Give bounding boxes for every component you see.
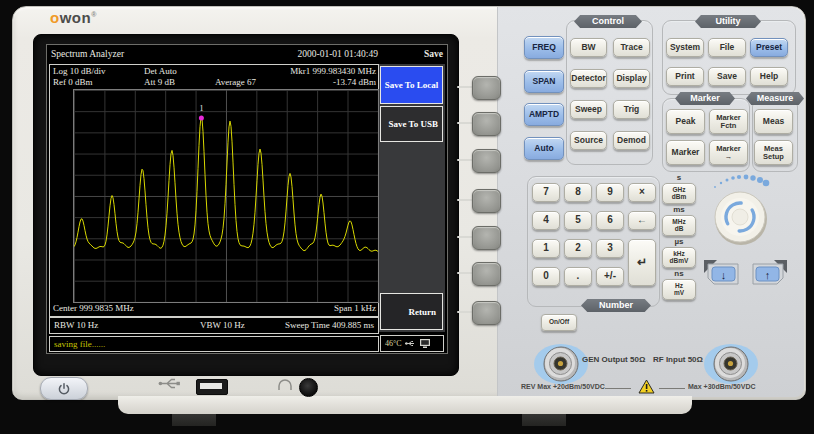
control-section-banner: Control	[574, 15, 642, 28]
number-section-banner: Number	[581, 299, 651, 312]
auto-button[interactable]: Auto	[524, 137, 564, 160]
softkey-1[interactable]	[472, 76, 501, 100]
key-2[interactable]: 2	[564, 239, 592, 258]
spectrum-analyzer-device: owon® Spectrum Analyzer 2000-01-01 01:40…	[0, 0, 814, 434]
unit-keys: s GHzdBm ms MHzdB µs kHzdBmV ns HzmV	[662, 173, 696, 301]
control-keys: BW Trace Detector Display Sweep Trig Sou…	[570, 38, 650, 151]
unit-time-ms: ms	[662, 205, 696, 214]
unit-time-s: s	[662, 173, 696, 182]
save-button[interactable]: Save	[708, 67, 746, 86]
readout-average: Average 67	[215, 77, 256, 87]
amptd-button[interactable]: AMPTD	[524, 103, 564, 126]
key-8[interactable]: 8	[564, 183, 592, 202]
readout-att: Att 9 dB	[144, 77, 175, 87]
readout-detector: Det Auto	[144, 66, 177, 76]
softkey-6[interactable]	[472, 262, 501, 286]
key-backspace[interactable]: ←	[628, 211, 656, 230]
svg-text:↑: ↑	[765, 269, 771, 281]
warning-triangle-icon	[638, 379, 655, 394]
unit-time-us: µs	[662, 237, 696, 246]
logo-text: won	[60, 9, 92, 26]
softkey-3[interactable]	[472, 149, 501, 173]
softkey-line	[457, 122, 473, 124]
marker-1-dot	[199, 116, 204, 121]
key-4[interactable]: 4	[532, 211, 560, 230]
temperature-readout: 46°C	[385, 339, 402, 348]
key-cancel[interactable]: ×	[628, 183, 656, 202]
source-button[interactable]: Source	[570, 131, 607, 150]
warning-dash	[659, 388, 685, 389]
khz-dbmv-button[interactable]: kHzdBmV	[662, 247, 696, 268]
down-arrow-button[interactable]: ↓	[702, 258, 742, 288]
readout-scale: Log 10 dB/div	[53, 66, 106, 76]
menu-item-return[interactable]: Return	[380, 293, 443, 330]
span-button[interactable]: SPAN	[524, 70, 564, 93]
preset-button[interactable]: Preset	[750, 38, 788, 57]
warning-dash	[605, 388, 631, 389]
power-button[interactable]	[40, 377, 88, 400]
key-9[interactable]: 9	[596, 183, 624, 202]
softkey-7[interactable]	[472, 301, 501, 325]
key-7[interactable]: 7	[532, 183, 560, 202]
freq-button[interactable]: FREQ	[524, 36, 564, 59]
stand-base	[118, 396, 692, 414]
spectrum-trace: 1	[74, 90, 378, 302]
ghz-dbm-button[interactable]: GHzdBm	[662, 183, 696, 204]
key-dot[interactable]: .	[564, 267, 592, 286]
bw-button[interactable]: BW	[570, 38, 607, 57]
print-button[interactable]: Print	[666, 67, 704, 86]
menu-item-save-to-local[interactable]: Save To Local	[380, 66, 443, 104]
softkey-4[interactable]	[472, 189, 501, 213]
usb-icon	[158, 377, 182, 390]
status-message: saving file......	[54, 339, 105, 349]
marker-fctn-button[interactable]: MarkerFctn	[709, 109, 748, 134]
rf-warning-label: Max +30dBm/50VDC	[688, 383, 756, 390]
display-status-icon	[419, 338, 431, 349]
key-enter[interactable]: ↵	[628, 239, 656, 286]
system-button[interactable]: System	[666, 38, 704, 57]
knob-dot-arc	[714, 175, 769, 188]
hz-mv-button[interactable]: HzmV	[662, 279, 696, 300]
logo-o: o	[50, 9, 60, 26]
marker-keys: Peak MarkerFctn Marker Marker→	[666, 109, 748, 165]
softkey-2[interactable]	[472, 112, 501, 136]
display-button[interactable]: Display	[613, 69, 650, 88]
mhz-db-button[interactable]: MHzdB	[662, 215, 696, 236]
trig-button[interactable]: Trig	[613, 100, 650, 119]
key-5[interactable]: 5	[564, 211, 592, 230]
key-1[interactable]: 1	[532, 239, 560, 258]
trace-button[interactable]: Trace	[613, 38, 650, 57]
peak-button[interactable]: Peak	[666, 109, 705, 134]
key-3[interactable]: 3	[596, 239, 624, 258]
menu-item-save-to-usb[interactable]: Save To USB	[380, 106, 443, 142]
measure-keys: Meas MeasSetup	[754, 109, 793, 165]
footer-rbw: RBW 10 Hz	[54, 320, 98, 330]
help-button[interactable]: Help	[750, 67, 788, 86]
footer-vbw: VBW 10 Hz	[200, 320, 245, 330]
key-6[interactable]: 6	[596, 211, 624, 230]
marker-button[interactable]: Marker	[666, 140, 705, 165]
usb-status-icon	[405, 339, 416, 348]
marker-to-button[interactable]: Marker→	[709, 140, 748, 165]
detector-button[interactable]: Detector	[570, 69, 607, 88]
rotary-knob[interactable]	[700, 170, 786, 256]
svg-text:↓: ↓	[721, 269, 727, 281]
lcd-display: Spectrum Analyzer 2000-01-01 01:40:49 Sa…	[46, 44, 448, 354]
onoff-button[interactable]: On/Off	[541, 314, 577, 331]
graticule: 1	[73, 89, 379, 303]
key-0[interactable]: 0	[532, 267, 560, 286]
readout-ref: Ref 0 dBm	[53, 77, 93, 87]
softkey-5[interactable]	[472, 226, 501, 250]
usb-port	[196, 379, 228, 395]
meas-button[interactable]: Meas	[754, 109, 793, 134]
key-plusminus[interactable]: +/-	[596, 267, 624, 286]
softkey-line	[457, 86, 473, 88]
demod-button[interactable]: Demod	[613, 131, 650, 150]
sweep-button[interactable]: Sweep	[570, 100, 607, 119]
menu-title: Save	[424, 45, 443, 63]
gen-output-label: GEN Output 50Ω	[582, 355, 645, 364]
file-button[interactable]: File	[708, 38, 746, 57]
up-arrow-button[interactable]: ↑	[749, 258, 789, 288]
meas-setup-button[interactable]: MeasSetup	[754, 140, 793, 165]
gen-warning-label: REV Max +20dBm/50VDC	[521, 383, 605, 390]
